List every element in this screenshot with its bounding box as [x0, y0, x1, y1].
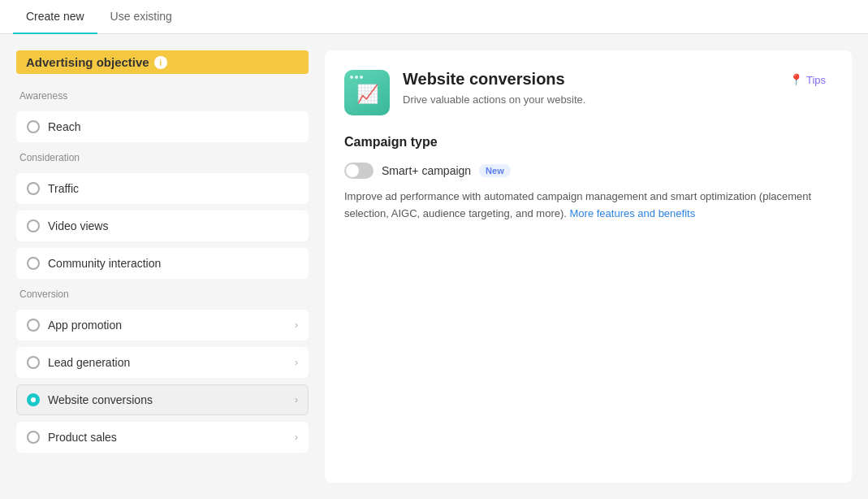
option-video-views-label: Video views	[48, 219, 298, 232]
dot-3	[360, 76, 363, 79]
objective-subtitle: Drive valuable actions on your website.	[403, 93, 585, 106]
chevron-website-conversions: ›	[295, 394, 298, 406]
objective-icon: 📈	[344, 70, 390, 115]
advertising-objective-text: Advertising objective	[26, 55, 149, 69]
section-label-conversion: Conversion	[16, 289, 309, 300]
objective-info: 📈 Website conversions Drive valuable act…	[344, 70, 585, 115]
radio-reach	[27, 120, 40, 133]
chevron-product-sales: ›	[295, 432, 298, 443]
radio-website-conversions	[27, 393, 40, 406]
left-panel: Advertising objective i Awareness Reach …	[16, 50, 309, 483]
option-app-promotion-label: App promotion	[48, 319, 287, 332]
smart-campaign-label: Smart+ campaign	[382, 164, 471, 177]
option-lead-generation[interactable]: Lead generation ›	[16, 347, 309, 378]
radio-product-sales	[27, 431, 40, 444]
campaign-description: Improve ad performance with automated ca…	[344, 189, 832, 223]
tabs-bar: Create new Use existing	[0, 0, 868, 34]
campaign-type-heading: Campaign type	[344, 135, 832, 150]
option-community-interaction[interactable]: Community interaction	[16, 248, 309, 279]
smart-campaign-toggle[interactable]	[344, 163, 374, 179]
option-reach[interactable]: Reach	[16, 111, 309, 142]
icon-dots	[350, 76, 363, 79]
campaign-desc-link[interactable]: More features and benefits	[570, 207, 696, 219]
option-lead-generation-label: Lead generation	[48, 356, 287, 369]
section-label-consideration: Consideration	[16, 152, 309, 163]
tips-icon: 📍	[789, 73, 803, 86]
advertising-objective-label: Advertising objective i	[16, 50, 309, 74]
tips-label: Tips	[806, 74, 826, 86]
option-website-conversions-label: Website conversions	[48, 393, 287, 406]
dot-1	[350, 76, 353, 79]
tips-button[interactable]: 📍 Tips	[783, 70, 832, 89]
chart-arrow-icon: 📈	[356, 84, 378, 105]
campaign-type-section: Campaign type Smart+ campaign New Improv…	[344, 135, 832, 223]
new-badge: New	[479, 164, 511, 177]
radio-lead-generation	[27, 356, 40, 369]
option-community-interaction-label: Community interaction	[48, 257, 298, 270]
option-traffic-label: Traffic	[48, 182, 298, 195]
objective-header: 📈 Website conversions Drive valuable act…	[344, 70, 832, 115]
option-website-conversions[interactable]: Website conversions ›	[16, 384, 309, 415]
section-label-awareness: Awareness	[16, 90, 309, 102]
objective-text: Website conversions Drive valuable actio…	[403, 70, 585, 106]
radio-traffic	[27, 182, 40, 195]
right-panel: 📈 Website conversions Drive valuable act…	[325, 50, 852, 483]
info-icon[interactable]: i	[154, 56, 167, 69]
dot-2	[355, 76, 358, 79]
app-container: Create new Use existing Advertising obje…	[0, 0, 868, 499]
radio-video-views	[27, 219, 40, 232]
tab-use-existing[interactable]: Use existing	[97, 0, 185, 34]
chevron-lead-generation: ›	[295, 357, 298, 368]
chevron-app-promotion: ›	[295, 319, 298, 331]
objective-title: Website conversions	[403, 70, 585, 89]
main-content: Advertising objective i Awareness Reach …	[0, 34, 868, 499]
option-app-promotion[interactable]: App promotion ›	[16, 310, 309, 341]
option-reach-label: Reach	[48, 120, 298, 133]
radio-app-promotion	[27, 319, 40, 332]
option-video-views[interactable]: Video views	[16, 210, 309, 241]
option-product-sales[interactable]: Product sales ›	[16, 422, 309, 453]
option-product-sales-label: Product sales	[48, 431, 287, 444]
radio-community-interaction	[27, 257, 40, 270]
option-traffic[interactable]: Traffic	[16, 173, 309, 204]
smart-campaign-toggle-row: Smart+ campaign New	[344, 163, 832, 179]
tab-create-new[interactable]: Create new	[13, 0, 97, 34]
